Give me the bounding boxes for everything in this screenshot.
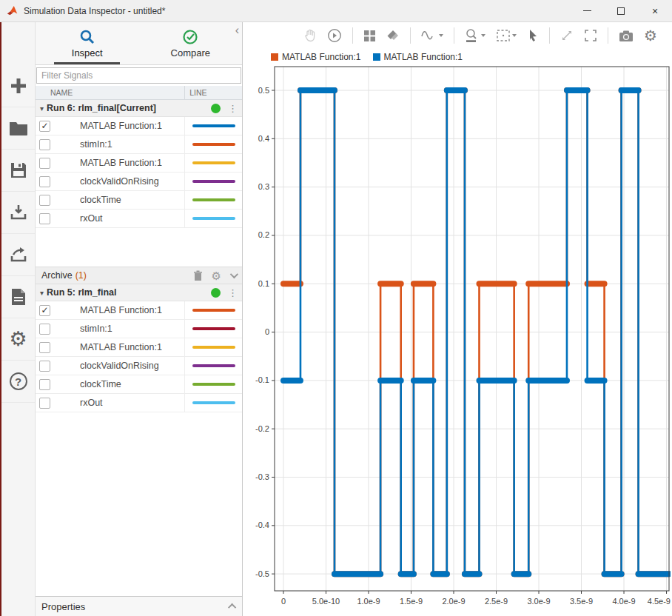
- dropdown-caret-icon: [512, 34, 517, 37]
- run-header[interactable]: ▾ Run 5: rlm_final ⋮: [36, 284, 242, 301]
- signal-row[interactable]: MATLAB Function:1: [36, 338, 242, 357]
- signal-row[interactable]: clockValidOnRising: [36, 173, 242, 191]
- signal-row[interactable]: ✓ MATLAB Function:1: [36, 301, 242, 320]
- signal-row[interactable]: rxOut: [36, 210, 242, 228]
- signal-row[interactable]: MATLAB Function:1: [36, 154, 242, 173]
- legend-item: MATLAB Function:1: [373, 52, 463, 62]
- legend-swatch: [373, 53, 380, 61]
- layout-button[interactable]: [363, 30, 376, 42]
- signal-row[interactable]: clockTime: [36, 191, 242, 210]
- signal-checkbox[interactable]: [39, 213, 50, 224]
- signal-row[interactable]: stimIn:1: [36, 320, 242, 338]
- report-button[interactable]: [1, 276, 35, 318]
- gear-icon: ⚙: [9, 329, 27, 349]
- step-chart[interactable]: 0.50.40.30.20.10-0.1-0.2-0.3-0.4-0.505.0…: [243, 65, 671, 616]
- svg-text:3.5e-9: 3.5e-9: [570, 597, 593, 606]
- chart-area[interactable]: 0.50.40.30.20.10-0.1-0.2-0.3-0.4-0.505.0…: [243, 65, 672, 616]
- chevron-down-icon[interactable]: [230, 270, 238, 278]
- signal-line-swatch: [192, 309, 235, 312]
- signal-checkbox[interactable]: [39, 158, 50, 169]
- clear-plots-button[interactable]: [386, 30, 400, 41]
- signal-checkbox[interactable]: [39, 361, 50, 372]
- archive-gear-icon[interactable]: ⚙: [212, 270, 221, 281]
- replay-button[interactable]: [327, 28, 342, 43]
- signal-checkbox[interactable]: [39, 195, 50, 206]
- svg-text:0.1: 0.1: [258, 279, 269, 288]
- signal-name: clockValidOnRising: [55, 361, 184, 371]
- run-header[interactable]: ▾ Run 6: rlm_final[Current] ⋮: [36, 100, 242, 117]
- left-toolstrip: ⚙ ?: [0, 22, 36, 616]
- panel-tabbar: Inspect Compare ‹: [36, 22, 242, 65]
- line-column: [184, 338, 242, 356]
- signal-panel: Inspect Compare ‹ NAME LINE ▾ Run 6: rlm…: [36, 22, 243, 616]
- expander-triangle-icon[interactable]: ▾: [40, 289, 44, 297]
- tab-compare[interactable]: Compare: [139, 22, 243, 64]
- fit-to-view-button[interactable]: [496, 29, 517, 42]
- signal-row[interactable]: stimIn:1: [36, 135, 242, 154]
- signal-name: MATLAB Function:1: [55, 305, 184, 315]
- signal-name: stimIn:1: [55, 139, 184, 150]
- kebab-menu-icon[interactable]: ⋮: [228, 287, 238, 298]
- save-icon: [10, 161, 27, 179]
- signal-checkbox[interactable]: [39, 342, 50, 353]
- replay-icon: [327, 28, 342, 43]
- plot-settings-button[interactable]: ⚙: [644, 28, 657, 43]
- fullscreen-button[interactable]: [584, 29, 597, 42]
- signal-checkbox[interactable]: [39, 398, 50, 409]
- export-share-icon: [10, 246, 27, 264]
- signal-row[interactable]: clockTime: [36, 375, 242, 394]
- help-button[interactable]: ?: [1, 361, 35, 403]
- tab-inspect[interactable]: Inspect: [36, 22, 139, 64]
- svg-text:-0.5: -0.5: [255, 569, 269, 578]
- properties-label: Properties: [41, 601, 230, 612]
- signal-checkbox[interactable]: ✓: [39, 305, 50, 316]
- maximize-button[interactable]: [604, 0, 638, 21]
- signal-checkbox[interactable]: ✓: [39, 121, 50, 132]
- svg-text:0: 0: [281, 597, 286, 606]
- signal-checkbox[interactable]: [39, 176, 50, 187]
- signal-row[interactable]: clockValidOnRising: [36, 357, 242, 375]
- signal-checkbox[interactable]: [39, 379, 50, 390]
- svg-text:5.0e-10: 5.0e-10: [312, 597, 340, 606]
- dropdown-caret-icon: [439, 34, 443, 37]
- signal-row[interactable]: rxOut: [36, 394, 242, 412]
- close-button[interactable]: ×: [638, 0, 672, 21]
- svg-text:0.2: 0.2: [258, 230, 269, 239]
- open-button[interactable]: [1, 107, 35, 150]
- magnifier-icon: [79, 29, 95, 45]
- report-document-icon: [10, 288, 27, 306]
- signal-display-button[interactable]: [421, 29, 443, 42]
- new-button[interactable]: [1, 65, 35, 107]
- kebab-menu-icon[interactable]: ⋮: [228, 103, 238, 114]
- import-button[interactable]: [1, 192, 35, 234]
- svg-text:2.5e-9: 2.5e-9: [485, 597, 508, 606]
- signal-name: rxOut: [55, 213, 184, 224]
- expander-triangle-icon[interactable]: ▾: [40, 104, 44, 113]
- save-button[interactable]: [1, 150, 35, 192]
- expand-diagonal-icon: [560, 29, 574, 42]
- hand-icon: [303, 29, 317, 42]
- plot-legend: MATLAB Function:1 MATLAB Function:1: [243, 49, 672, 65]
- expand-button[interactable]: [560, 29, 574, 42]
- snapshot-button[interactable]: [619, 30, 634, 42]
- pointer-button[interactable]: [527, 29, 539, 42]
- signal-line-swatch: [192, 383, 235, 386]
- zoom-in-time-button[interactable]: [465, 28, 485, 43]
- signal-line-swatch: [192, 143, 235, 146]
- export-button[interactable]: [1, 234, 35, 276]
- signal-checkbox[interactable]: [39, 324, 50, 335]
- preferences-button[interactable]: ⚙: [1, 318, 35, 361]
- signal-line-swatch: [192, 401, 235, 404]
- archive-bar[interactable]: Archive (1) ⚙: [36, 267, 242, 284]
- collapse-panel-icon[interactable]: ‹: [235, 24, 239, 37]
- trash-icon[interactable]: [193, 270, 203, 281]
- svg-text:-0.1: -0.1: [255, 375, 269, 384]
- filter-signals-input[interactable]: [36, 67, 241, 84]
- properties-bar[interactable]: Properties: [36, 596, 242, 616]
- signal-row[interactable]: ✓ MATLAB Function:1: [36, 117, 242, 135]
- minimize-button[interactable]: [570, 0, 604, 21]
- pan-button[interactable]: [303, 29, 317, 42]
- signal-checkbox[interactable]: [39, 139, 50, 150]
- matlab-logo-icon: [6, 5, 19, 17]
- legend-swatch: [271, 53, 278, 61]
